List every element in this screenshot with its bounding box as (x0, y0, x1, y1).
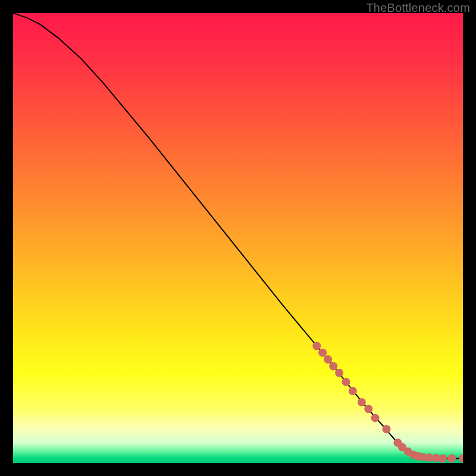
marker-point (371, 414, 380, 422)
marker-point (364, 405, 372, 413)
marker-point (324, 355, 332, 364)
gradient-panel (13, 13, 463, 463)
marker-point (335, 369, 343, 377)
marker-point (447, 454, 456, 462)
marker-point (439, 454, 447, 462)
marker-point (382, 425, 390, 433)
marker-point (312, 342, 321, 350)
marker-point (349, 387, 357, 395)
chart-plot (13, 13, 463, 463)
marker-point (318, 349, 327, 357)
marker-point (329, 362, 337, 370)
marker-point (358, 398, 366, 406)
chart-stage: TheBottleneck.com (0, 0, 476, 476)
marker-point (342, 378, 350, 386)
